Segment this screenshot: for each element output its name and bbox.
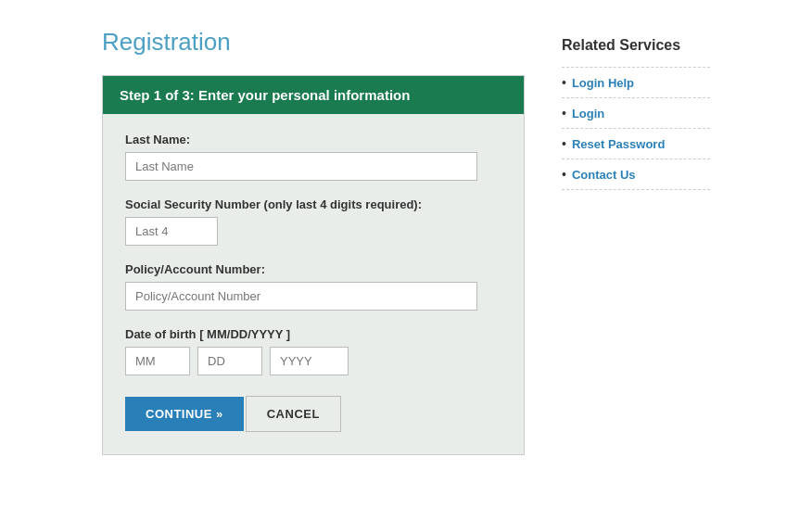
page-container: Registration Step 1 of 3: Enter your per…: [0, 0, 812, 483]
sidebar-link-contact-us[interactable]: Contact Us: [572, 168, 636, 182]
bullet-icon: •: [562, 167, 566, 182]
continue-button[interactable]: CONTINUE »: [125, 397, 244, 431]
ssn-input[interactable]: [125, 217, 218, 246]
form-card: Step 1 of 3: Enter your personal informa…: [102, 75, 525, 455]
sidebar-item-contact-us: •Contact Us: [562, 159, 710, 190]
dob-mm-input[interactable]: [125, 347, 190, 375]
bullet-icon: •: [562, 136, 566, 151]
last-name-group: Last Name:: [125, 133, 501, 181]
last-name-input[interactable]: [125, 152, 477, 181]
sidebar-link-login-help[interactable]: Login Help: [572, 76, 634, 90]
sidebar-item-login-help: •Login Help: [562, 67, 710, 98]
sidebar-item-login: •Login: [562, 98, 710, 129]
form-header: Step 1 of 3: Enter your personal informa…: [103, 76, 524, 114]
sidebar: Related Services •Login Help•Login•Reset…: [562, 28, 710, 455]
sidebar-link-reset-password[interactable]: Reset Password: [572, 137, 665, 151]
bullet-icon: •: [562, 106, 566, 121]
policy-input[interactable]: [125, 282, 477, 311]
ssn-group: Social Security Number (only last 4 digi…: [125, 197, 501, 246]
ssn-label: Social Security Number (only last 4 digi…: [125, 197, 501, 211]
dob-yyyy-input[interactable]: [270, 347, 349, 375]
sidebar-item-reset-password: •Reset Password: [562, 129, 710, 159]
sidebar-title: Related Services: [562, 37, 710, 54]
sidebar-list: •Login Help•Login•Reset Password•Contact…: [562, 67, 710, 190]
dob-row: [125, 347, 501, 375]
last-name-label: Last Name:: [125, 133, 501, 146]
dob-label: Date of birth [ MM/DD/YYYY ]: [125, 327, 501, 341]
cancel-button[interactable]: CANCEL: [246, 396, 341, 432]
step-label: Step 1 of 3: Enter your personal informa…: [120, 87, 410, 103]
button-row: CONTINUE » CANCEL: [125, 396, 501, 432]
main-content: Registration Step 1 of 3: Enter your per…: [102, 28, 525, 455]
bullet-icon: •: [562, 75, 566, 90]
policy-group: Policy/Account Number:: [125, 262, 501, 311]
page-title: Registration: [102, 28, 525, 57]
policy-label: Policy/Account Number:: [125, 262, 501, 276]
dob-group: Date of birth [ MM/DD/YYYY ]: [125, 327, 501, 375]
form-body: Last Name: Social Security Number (only …: [103, 114, 524, 454]
sidebar-link-login[interactable]: Login: [572, 107, 604, 121]
dob-dd-input[interactable]: [197, 347, 262, 375]
